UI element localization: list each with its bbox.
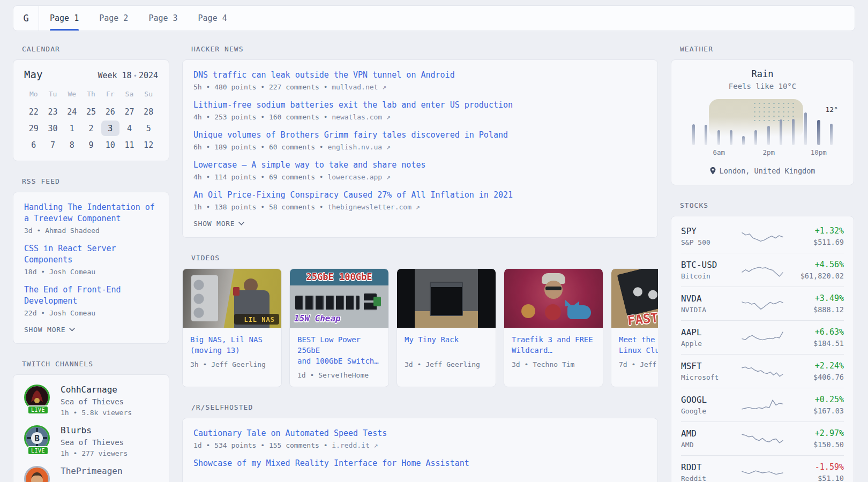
video-title[interactable]: BEST Low Power 25GbE and 100GbE Switch… (297, 334, 381, 366)
video-title[interactable]: My Tiny Rack (405, 334, 488, 356)
reddit-item-title[interactable]: Cautionary Tale on Automated Speed Tests (193, 428, 647, 439)
calendar-day-header: Su (139, 86, 158, 103)
hn-item-domain-link[interactable]: newatlas.com ↗ (332, 113, 391, 121)
calendar-header: May Week 18•2024 (24, 69, 158, 80)
weather-bar (830, 124, 833, 145)
video-title[interactable]: Meet the Linux Clu (619, 334, 658, 356)
hn-item-domain-link[interactable]: lowercase.app ↗ (327, 173, 390, 181)
reddit-widget: /R/SELFHOSTED Cautionary Tale on Automat… (182, 403, 658, 482)
stock-price: $167.03 (785, 406, 844, 415)
reddit-item-domain-link[interactable]: i.redd.it ↗ (332, 441, 378, 449)
stock-change: -1.59% (785, 462, 844, 472)
reddit-item: Cautionary Tale on Automated Speed Tests… (193, 428, 647, 449)
hn-show-more-button[interactable]: SHOW MORE (193, 220, 647, 228)
twitch-channel-row[interactable]: ThePrimeagen (24, 466, 158, 482)
thumb-caption: 15W Cheap (294, 313, 341, 323)
video-thumbnail[interactable]: FAST (611, 269, 658, 328)
stock-row[interactable]: SPYS&P 500 +1.32%$511.69 (681, 220, 844, 253)
reddit-item-title[interactable]: Showcase of my Mixed Reality Interface f… (193, 458, 647, 469)
tab-page-2[interactable]: Page 2 (99, 6, 128, 31)
top-nav: G Page 1 Page 2 Page 3 Page 4 (13, 5, 855, 31)
hn-item-title[interactable]: Unique volumes of Brothers Grimm fairy t… (193, 130, 647, 141)
app-logo[interactable]: G (13, 6, 39, 31)
hn-item-title[interactable]: Lowercase – A simple way to take and sha… (193, 160, 647, 171)
stock-name: Google (681, 407, 740, 415)
stock-sparkline (740, 396, 785, 413)
hackernews-section-label: HACKER NEWS (182, 45, 658, 53)
twitch-channel-name[interactable]: ThePrimeagen (61, 466, 123, 476)
stock-price: $184.51 (785, 339, 844, 348)
stock-sparkline (740, 363, 785, 380)
video-card: LIL NAS Big NAS, Lil NAS (moving 13) 3h … (182, 268, 282, 387)
rss-item-title[interactable]: CSS in React Server Components (24, 243, 158, 266)
weather-hourly-chart: 12° (692, 99, 833, 145)
weather-bar (742, 136, 745, 145)
rss-show-more-button[interactable]: SHOW MORE (24, 326, 158, 334)
video-thumbnail[interactable] (397, 269, 496, 328)
stocks-widget: STOCKS SPYS&P 500 +1.32%$511.69 BTC-USDB… (671, 201, 854, 482)
stock-row[interactable]: AAPLApple +6.63%$184.51 (681, 320, 844, 354)
calendar-day: 28 (139, 103, 158, 120)
stock-sparkline (740, 329, 785, 346)
video-card: My Tiny Rack 3d • Jeff Geerling (396, 268, 496, 387)
stock-sparkline (740, 295, 785, 312)
video-thumbnail[interactable]: 25GbE 100GbE 15W Cheap (290, 269, 388, 328)
widget-grid: CALENDAR May Week 18•2024 MoTuWeThFrSaSu… (13, 45, 855, 482)
calendar-day: 23 (43, 103, 63, 120)
time-tick: 6am (713, 148, 725, 156)
rss-item: Handling The Indentation of a Treeview C… (24, 202, 158, 235)
dashboard-page: G Page 1 Page 2 Page 3 Page 4 CALENDAR M… (0, 0, 868, 482)
hn-item-title[interactable]: DNS traffic can leak outside the VPN tun… (193, 70, 647, 81)
stock-row[interactable]: MSFTMicrosoft +2.24%$406.76 (681, 354, 844, 388)
calendar-day: 4 (120, 120, 139, 137)
rss-item-title[interactable]: The End of Front-End Development (24, 284, 158, 307)
video-card: 25GbE 100GbE 15W Cheap BEST Low Power 25… (289, 268, 389, 387)
rss-item-title[interactable]: Handling The Indentation of a Treeview C… (24, 202, 158, 224)
stock-name: S&P 500 (681, 238, 740, 246)
hn-item-title[interactable]: Lithium-free sodium batteries exit the l… (193, 100, 647, 111)
video-thumbnail[interactable] (504, 269, 603, 328)
video-byline: 7d • Jeff (619, 360, 658, 368)
stock-row[interactable]: NVDANVIDIA +3.49%$888.12 (681, 287, 844, 320)
video-byline: 3d • Jeff Geerling (405, 360, 488, 368)
tab-page-3[interactable]: Page 3 (148, 6, 177, 31)
calendar-day: 22 (24, 103, 43, 120)
stock-change: +1.32% (785, 226, 844, 236)
stock-row[interactable]: BTC-USDBitcoin +4.56%$61,820.02 (681, 253, 844, 287)
tab-page-4[interactable]: Page 4 (198, 6, 227, 31)
hn-item-domain-link[interactable]: english.nv.ua ↗ (327, 143, 390, 151)
twitch-channel-row[interactable]: B LIVE Blurbs Sea of Thieves 1h • 277 vi… (24, 425, 158, 457)
calendar-day: 9 (81, 137, 101, 153)
calendar-day: 29 (24, 120, 43, 137)
stock-name: Apple (681, 340, 740, 348)
twitch-avatar-wrap: B LIVE (24, 425, 52, 456)
calendar-day: 7 (43, 137, 63, 153)
twitch-avatar-wrap (24, 466, 52, 482)
calendar-day: 24 (62, 103, 81, 120)
video-byline: 1d • ServeTheHome (297, 371, 381, 379)
weather-bar (792, 119, 795, 145)
hn-item-title[interactable]: An Oil Price-Fixing Conspiracy Caused 27… (193, 190, 647, 201)
calendar-day-header: Tu (43, 86, 63, 103)
video-thumbnail[interactable]: LIL NAS (183, 269, 281, 328)
video-title[interactable]: Traefik 3 and FREE Wildcard… (512, 334, 595, 356)
chevron-down-icon (69, 328, 75, 332)
twitch-channel-row[interactable]: LIVE CohhCarnage Sea of Thieves 1h • 5.8… (24, 385, 158, 417)
twitch-channel-name[interactable]: CohhCarnage (61, 385, 132, 395)
stock-row[interactable]: GOOGLGoogle +0.25%$167.03 (681, 388, 844, 421)
calendar-card: May Week 18•2024 MoTuWeThFrSaSu222324252… (13, 59, 169, 161)
hn-item-domain-link[interactable]: mullvad.net ↗ (332, 83, 386, 91)
twitch-channel-name[interactable]: Blurbs (61, 425, 128, 435)
middle-column: HACKER NEWS DNS traffic can leak outside… (182, 45, 658, 482)
tab-page-1[interactable]: Page 1 (50, 6, 79, 31)
video-title[interactable]: Big NAS, Lil NAS (moving 13) (190, 334, 274, 356)
stock-row[interactable]: RDDTReddit -1.59%$51.10 (681, 455, 844, 482)
calendar-week: Week 18 (98, 71, 131, 80)
calendar-grid: MoTuWeThFrSaSu22232425262728293012345678… (24, 86, 158, 153)
rss-card: Handling The Indentation of a Treeview C… (13, 192, 169, 344)
stock-row[interactable]: AMDAMD +2.97%$150.50 (681, 421, 844, 455)
hn-item-domain-link[interactable]: thebignewsletter.com ↗ (327, 203, 420, 211)
weather-condition: Rain (682, 69, 843, 79)
video-byline: 3d • Techno Tim (512, 360, 595, 368)
rss-item-meta: 18d • Josh Comeau (24, 268, 158, 276)
